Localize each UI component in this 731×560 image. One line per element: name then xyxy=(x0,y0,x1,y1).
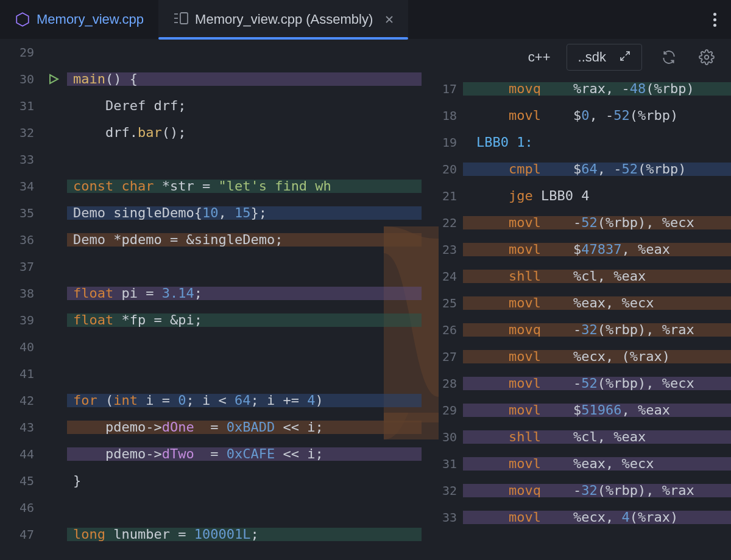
code-line[interactable]: 21 jge LBB0_4 xyxy=(422,183,731,209)
line-number: 34 xyxy=(0,180,40,192)
line-number: 37 xyxy=(0,261,40,273)
line-number: 44 xyxy=(0,448,40,460)
code-content: movl %ecx, (%rax) xyxy=(463,350,731,363)
code-line[interactable]: 35Demo singleDemo{10, 15}; xyxy=(0,200,422,226)
code-line[interactable]: 24 shll %cl, %eax xyxy=(422,263,731,290)
line-number: 30 xyxy=(422,431,463,443)
code-line[interactable]: 40 xyxy=(0,334,422,360)
svg-marker-0 xyxy=(16,13,29,26)
code-content: movl $47837, %eax xyxy=(463,243,731,256)
code-line[interactable]: 43 pdemo->dOne = 0xBADD << i; xyxy=(0,414,422,441)
line-number: 30 xyxy=(0,73,40,85)
code-line[interactable]: 38float pi = 3.14; xyxy=(0,280,422,307)
source-code-view[interactable]: 2930main() {31 Deref drf;32 drf.bar();33… xyxy=(0,39,422,548)
code-content: movl -52(%rbp), %ecx xyxy=(463,216,731,229)
code-content: float pi = 3.14; xyxy=(67,287,422,300)
code-line[interactable]: 37 xyxy=(0,253,422,280)
code-line[interactable]: 20 cmpl $64, -52(%rbp) xyxy=(422,156,731,183)
code-content: pdemo->dTwo = 0xCAFE << i; xyxy=(67,447,422,461)
code-line[interactable]: 34const char *str = "let's find wh xyxy=(0,173,422,200)
code-line[interactable]: 29 movl $51966, %eax xyxy=(422,397,731,424)
code-line[interactable]: 27 movl %ecx, (%rax) xyxy=(422,343,731,370)
close-icon[interactable] xyxy=(385,13,394,26)
code-content: movq -32(%rbp), %rax xyxy=(463,323,731,337)
code-line[interactable]: 32 drf.bar(); xyxy=(0,119,422,146)
code-line[interactable]: 39float *fp = &pi; xyxy=(0,307,422,334)
code-content: cmpl $64, -52(%rbp) xyxy=(463,163,731,176)
svg-line-9 xyxy=(621,57,624,60)
svg-point-10 xyxy=(705,55,709,60)
line-number: 29 xyxy=(0,46,40,58)
code-content: movl %ecx, 4(%rax) xyxy=(463,511,731,524)
code-line[interactable]: 29 xyxy=(0,39,422,66)
line-number: 39 xyxy=(0,314,40,326)
tab-overflow-menu[interactable] xyxy=(699,13,731,27)
code-line[interactable]: 44 pdemo->dTwo = 0xCAFE << i; xyxy=(0,441,422,467)
code-content: float *fp = &pi; xyxy=(67,313,422,327)
tab-assembly-view[interactable]: Memory_view.cpp (Assembly) xyxy=(158,0,408,39)
sdk-selector[interactable]: ..sdk xyxy=(567,44,642,71)
expand-icon xyxy=(620,51,630,64)
code-content: Demo singleDemo{10, 15}; xyxy=(67,206,422,220)
code-line[interactable]: 28 movl -52(%rbp), %ecx xyxy=(422,370,731,397)
code-line[interactable]: 31 Deref drf; xyxy=(0,93,422,119)
code-line[interactable]: 32 movq -32(%rbp), %rax xyxy=(422,477,731,504)
code-line[interactable]: 25 movl %eax, %ecx xyxy=(422,290,731,317)
code-content: Deref drf; xyxy=(67,99,422,113)
code-content: movl $0, -52(%rbp) xyxy=(463,109,731,122)
line-number: 38 xyxy=(0,287,40,299)
code-line[interactable]: 26 movq -32(%rbp), %rax xyxy=(422,317,731,343)
code-content: long lnumber = 100001L; xyxy=(67,528,422,541)
gear-icon xyxy=(699,49,715,65)
code-line[interactable]: 30main() { xyxy=(0,66,422,93)
code-line[interactable]: 18 movl $0, -52(%rbp) xyxy=(422,102,731,129)
source-pane[interactable]: 2930main() {31 Deref drf;32 drf.bar();33… xyxy=(0,39,422,560)
tab-label: Memory_view.cpp (Assembly) xyxy=(195,13,373,26)
line-number: 27 xyxy=(422,351,463,363)
code-line[interactable]: 41 xyxy=(0,360,422,387)
code-line[interactable]: 36Demo *pdemo = &singleDemo; xyxy=(0,226,422,253)
code-line[interactable]: 23 movl $47837, %eax xyxy=(422,236,731,263)
code-line[interactable]: 30 shll %cl, %eax xyxy=(422,424,731,450)
line-number: 46 xyxy=(0,502,40,514)
refresh-button[interactable] xyxy=(658,46,680,68)
line-number: 33 xyxy=(422,511,463,523)
run-gutter-icon[interactable] xyxy=(40,73,67,85)
line-number: 21 xyxy=(422,190,463,202)
code-line[interactable]: 22 movl -52(%rbp), %ecx xyxy=(422,209,731,236)
code-line[interactable]: 46 xyxy=(0,494,422,521)
settings-button[interactable] xyxy=(696,46,718,68)
line-number: 33 xyxy=(0,153,40,166)
line-number: 40 xyxy=(0,341,40,353)
code-line[interactable]: 47long lnumber = 100001L; xyxy=(0,521,422,548)
code-line[interactable]: 17 movq %rax, -48(%rbp) xyxy=(422,75,731,102)
line-number: 23 xyxy=(422,243,463,256)
code-line[interactable]: 19LBB0_1: xyxy=(422,129,731,156)
code-content: pdemo->dOne = 0xBADD << i; xyxy=(67,421,422,434)
tab-label: Memory_view.cpp xyxy=(37,13,144,26)
code-line[interactable]: 42for (int i = 0; i < 64; i += 4) xyxy=(0,387,422,414)
code-content: LBB0_1: xyxy=(463,136,731,149)
code-line[interactable]: 45} xyxy=(0,467,422,494)
line-number: 20 xyxy=(422,163,463,175)
line-number: 28 xyxy=(422,377,463,390)
assembly-view-icon xyxy=(173,12,189,27)
code-line[interactable]: 33 movl %ecx, 4(%rax) xyxy=(422,504,731,531)
assembly-pane[interactable]: c++ ..sdk xyxy=(422,39,731,560)
code-content: shll %cl, %eax xyxy=(463,270,731,283)
code-line[interactable]: 31 movl %eax, %ecx xyxy=(422,450,731,477)
tab-bar: Memory_view.cpp Memory_view.cpp (Assembl… xyxy=(0,0,731,39)
svg-marker-7 xyxy=(50,75,58,83)
line-number: 26 xyxy=(422,324,463,336)
code-line[interactable]: 33 xyxy=(0,146,422,173)
line-number: 18 xyxy=(422,110,463,122)
tab-source-file[interactable]: Memory_view.cpp xyxy=(0,0,158,39)
line-number: 35 xyxy=(0,207,40,219)
line-number: 32 xyxy=(0,127,40,139)
code-content: movl $51966, %eax xyxy=(463,404,731,417)
code-content: const char *str = "let's find wh xyxy=(67,180,422,193)
assembly-code-view[interactable]: 17 movq %rax, -48(%rbp)18 movl $0, -52(%… xyxy=(422,75,731,531)
code-content: movl %eax, %ecx xyxy=(463,296,731,310)
line-number: 31 xyxy=(0,100,40,112)
line-number: 41 xyxy=(0,368,40,380)
